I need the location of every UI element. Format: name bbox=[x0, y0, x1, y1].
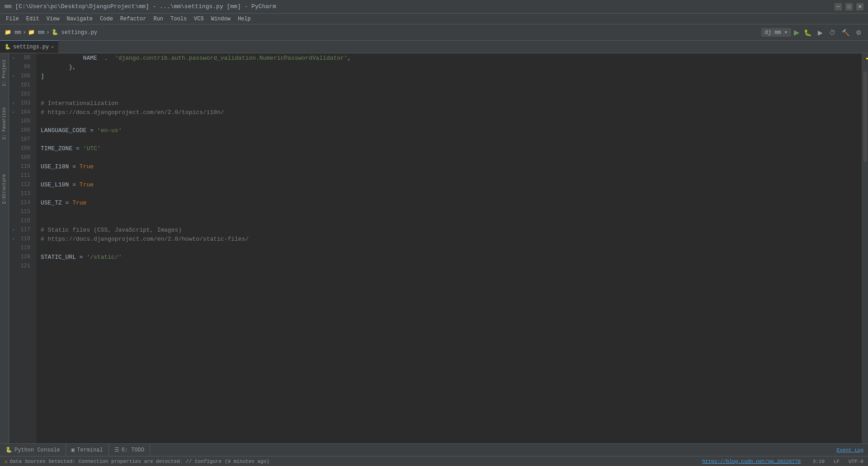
line-number-114: 114 bbox=[11, 198, 34, 207]
tab-close-button[interactable]: ✕ bbox=[51, 44, 54, 50]
toolbar: 📁 mm › 📁 mm › 🐍 settings.py dj mm ▾ ▶ 🐛 … bbox=[0, 24, 868, 41]
favorites-panel-tab[interactable]: 2: Favorites bbox=[1, 104, 8, 143]
scrollbar-thumb[interactable] bbox=[863, 71, 867, 162]
line-number-99: 99 bbox=[11, 62, 34, 71]
code-line-110: USE_I18N = True bbox=[41, 162, 862, 171]
line-number-120: 120 bbox=[11, 252, 34, 262]
profile-button[interactable]: ⏱ bbox=[827, 28, 837, 37]
titlebar-controls: ─ □ ✕ bbox=[835, 3, 863, 10]
debug-button[interactable]: 🐛 bbox=[802, 28, 813, 37]
maximize-button[interactable]: □ bbox=[845, 3, 853, 10]
left-sidebar: 1: Project 2: Favorites Z-Structure bbox=[0, 53, 9, 443]
minimize-button[interactable]: ─ bbox=[835, 3, 842, 10]
main-content: 1: Project 2: Favorites Z-Structure ▾989… bbox=[0, 53, 868, 443]
fold-icon-104[interactable]: ▾ bbox=[12, 110, 14, 115]
project-label: dj mm ▾ bbox=[761, 28, 791, 37]
code-line-98: NAME . 'django.contrib.auth.password_val… bbox=[41, 53, 862, 62]
toolbar-right: dj mm ▾ ▶ 🐛 ▶ ⏱ 🔨 ⚙ bbox=[761, 28, 863, 37]
project-panel-tab[interactable]: 1: Project bbox=[1, 56, 8, 90]
fold-icon-117[interactable]: ▾ bbox=[12, 228, 14, 233]
code-line-119 bbox=[41, 243, 862, 252]
python-console-icon: 🐍 bbox=[5, 447, 12, 453]
code-editor[interactable]: NAME . 'django.contrib.auth.password_val… bbox=[36, 53, 862, 443]
line-number-102: 102 bbox=[11, 90, 34, 99]
tab-settings-py[interactable]: 🐍 settings.py ✕ bbox=[0, 40, 58, 53]
line-number-109: 109 bbox=[11, 153, 34, 162]
breadcrumb-folder1[interactable]: 📁 mm bbox=[5, 29, 21, 36]
menu-item-help[interactable]: Help bbox=[234, 15, 255, 23]
menu-item-refactor[interactable]: Refactor bbox=[117, 15, 150, 23]
fold-icon-103[interactable]: ▾ bbox=[12, 101, 14, 106]
terminal-tab[interactable]: ▣ Terminal bbox=[66, 444, 109, 456]
todo-label: 6: TODO bbox=[122, 447, 144, 453]
menu-item-window[interactable]: Window bbox=[208, 15, 234, 23]
terminal-icon: ▣ bbox=[71, 447, 75, 453]
tab-label: settings.py bbox=[13, 44, 49, 50]
line-number-100: ▾100 bbox=[11, 71, 34, 81]
code-line-104: # https://docs.djangoproject.com/en/2.0/… bbox=[41, 108, 862, 117]
line-number-119: 119 bbox=[11, 243, 34, 252]
fold-icon-100[interactable]: ▾ bbox=[12, 74, 14, 79]
line-number-101: 101 bbox=[11, 81, 34, 90]
menu-item-file[interactable]: File bbox=[2, 15, 23, 23]
scroll-marker bbox=[866, 58, 868, 59]
code-line-120: STATIC_URL = '/static/' bbox=[41, 252, 862, 262]
code-line-109 bbox=[41, 153, 862, 162]
menu-item-code[interactable]: Code bbox=[96, 15, 117, 23]
encoding: UTF-8 bbox=[849, 459, 863, 464]
menu-item-vcs[interactable]: VCS bbox=[190, 15, 208, 23]
breadcrumb: 📁 mm › 📁 mm › 🐍 settings.py bbox=[5, 29, 97, 36]
breadcrumb-file[interactable]: 🐍 settings.py bbox=[52, 29, 97, 36]
coverage-button[interactable]: ▶ bbox=[816, 28, 825, 37]
run-button[interactable]: ▶ bbox=[794, 28, 799, 37]
line-number-104: ▾104 bbox=[11, 108, 34, 117]
code-line-103: # Internationalization bbox=[41, 99, 862, 108]
code-line-100: ] bbox=[41, 71, 862, 81]
code-line-99: }, bbox=[41, 62, 862, 71]
tools-button[interactable]: ⚙ bbox=[854, 28, 863, 37]
code-line-108: TIME_ZONE = 'UTC' bbox=[41, 144, 862, 153]
line-number-111: 111 bbox=[11, 171, 34, 180]
event-log-link[interactable]: Event Log bbox=[837, 447, 863, 453]
line-number-116: 116 bbox=[11, 216, 34, 225]
code-line-111 bbox=[41, 171, 862, 180]
code-line-112: USE_L10N = True bbox=[41, 180, 862, 189]
line-numbers-gutter: ▾9899▾100101102▾103▾10410510610710810911… bbox=[9, 53, 36, 443]
code-line-121 bbox=[41, 262, 862, 271]
line-number-107: 107 bbox=[11, 135, 34, 144]
menu-item-navigate[interactable]: Navigate bbox=[63, 15, 96, 23]
csdn-link[interactable]: https://blog.csdn.net/qq_38226778 bbox=[703, 459, 801, 464]
status-message: Data Sources Detected: Connection proper… bbox=[10, 459, 269, 464]
menubar: FileEditViewNavigateCodeRefactorRunTools… bbox=[0, 14, 868, 24]
python-console-tab[interactable]: 🐍 Python Console bbox=[0, 444, 66, 456]
menu-item-run[interactable]: Run bbox=[150, 15, 167, 23]
fold-icon-118[interactable]: ▾ bbox=[12, 237, 14, 242]
code-line-114: USE_TZ = True bbox=[41, 198, 862, 207]
line-number-98: ▾98 bbox=[11, 53, 34, 62]
menu-item-edit[interactable]: Edit bbox=[23, 15, 43, 23]
code-line-116 bbox=[41, 216, 862, 225]
code-line-101 bbox=[41, 81, 862, 90]
menu-item-view[interactable]: View bbox=[43, 15, 63, 23]
status-right: https://blog.csdn.net/qq_38226778 3:10 L… bbox=[703, 459, 864, 464]
cursor-position: 3:10 bbox=[813, 459, 825, 464]
todo-tab[interactable]: ☰ 6: TODO bbox=[109, 444, 150, 456]
breadcrumb-folder2[interactable]: 📁 mm bbox=[28, 29, 45, 36]
fold-icon-98[interactable]: ▾ bbox=[12, 56, 14, 61]
code-line-107 bbox=[41, 135, 862, 144]
line-number-106: 106 bbox=[11, 126, 34, 135]
line-number-113: 113 bbox=[11, 189, 34, 198]
line-number-117: ▾117 bbox=[11, 225, 34, 234]
menu-item-tools[interactable]: Tools bbox=[167, 15, 190, 23]
line-number-118: ▾118 bbox=[11, 234, 34, 243]
scrollbar[interactable] bbox=[862, 53, 868, 443]
close-button[interactable]: ✕ bbox=[856, 3, 863, 10]
code-line-106: LANGUAGE_CODE = 'en-us' bbox=[41, 126, 862, 135]
code-line-117: # Static files (CSS, JavaScript, Images) bbox=[41, 225, 862, 234]
code-line-105 bbox=[41, 117, 862, 126]
build-button[interactable]: 🔨 bbox=[840, 28, 851, 37]
structure-panel-tab[interactable]: Z-Structure bbox=[1, 171, 8, 208]
line-number-108: 108 bbox=[11, 144, 34, 153]
terminal-label: Terminal bbox=[77, 447, 103, 453]
titlebar-title: mm [C:\Users\pc\Desktop\DjangoProject\mm… bbox=[5, 3, 276, 10]
